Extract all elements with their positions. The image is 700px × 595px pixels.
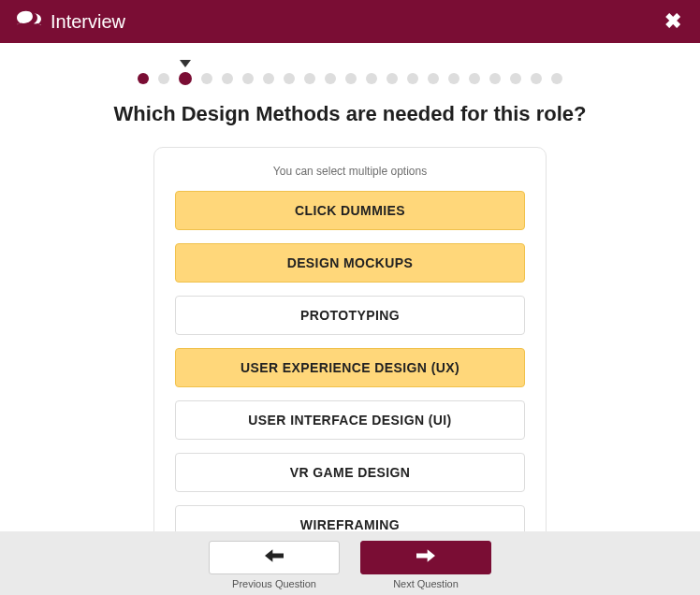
step-dots: [0, 69, 700, 102]
step-dot[interactable]: [551, 73, 562, 84]
option-5[interactable]: VR Game Design: [175, 453, 525, 492]
step-dot[interactable]: [158, 73, 169, 84]
header-title-wrap: Interview: [17, 9, 125, 35]
options-card: You can select multiple options Click Du…: [153, 147, 547, 531]
step-dot[interactable]: [386, 73, 398, 84]
step-dot[interactable]: [179, 72, 192, 85]
option-0[interactable]: Click Dummies: [175, 191, 525, 230]
step-dot[interactable]: [263, 73, 274, 84]
question-text: Which Design Methods are needed for this…: [0, 102, 700, 147]
next-label: Next Question: [360, 578, 491, 589]
arrow-right-icon: [416, 548, 435, 568]
content-area: Which Design Methods are needed for this…: [0, 43, 700, 531]
step-dot[interactable]: [222, 73, 233, 84]
step-dot[interactable]: [448, 73, 459, 84]
chat-icon: [17, 9, 41, 35]
step-dot[interactable]: [284, 73, 295, 84]
step-dot[interactable]: [407, 73, 418, 84]
step-dot[interactable]: [366, 73, 377, 84]
step-dot[interactable]: [325, 73, 336, 84]
modal-header: Interview ✖: [0, 0, 700, 43]
option-2[interactable]: Prototyping: [175, 296, 525, 335]
header-title-text: Interview: [51, 11, 125, 33]
step-dot[interactable]: [304, 73, 315, 84]
options-list: Click DummiesDesign MockupsPrototypingUs…: [175, 191, 525, 531]
arrow-left-icon: [265, 548, 284, 568]
step-dot[interactable]: [138, 73, 149, 84]
close-icon: ✖: [664, 9, 681, 33]
step-dot[interactable]: [469, 73, 480, 84]
previous-label: Previous Question: [209, 578, 340, 589]
option-1[interactable]: Design Mockups: [175, 243, 525, 283]
footer-nav: Previous Question Next Question: [0, 531, 700, 595]
step-dot[interactable]: [201, 73, 212, 84]
step-dot[interactable]: [489, 73, 501, 84]
option-3[interactable]: User Experience Design (UX): [175, 348, 525, 387]
step-dot[interactable]: [345, 73, 357, 84]
option-4[interactable]: User Interface Design (UI): [175, 400, 525, 440]
option-6[interactable]: Wireframing: [175, 505, 525, 531]
step-dot[interactable]: [531, 73, 542, 84]
progress-indicator: [0, 43, 700, 102]
next-button[interactable]: [360, 541, 491, 574]
step-dot[interactable]: [510, 73, 521, 84]
caret-down-icon: [180, 60, 191, 67]
hint-text: You can select multiple options: [175, 165, 525, 178]
close-button[interactable]: ✖: [664, 11, 681, 32]
step-dot[interactable]: [428, 73, 439, 84]
previous-button[interactable]: [209, 541, 340, 574]
step-dot[interactable]: [242, 73, 254, 84]
